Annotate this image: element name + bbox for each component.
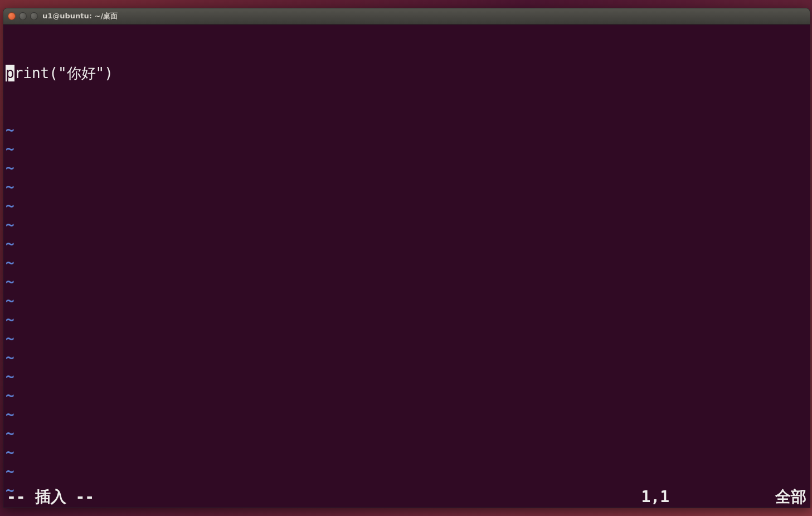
empty-line-tilde: ~ — [6, 120, 808, 139]
minimize-icon[interactable] — [19, 12, 27, 20]
empty-line-tilde: ~ — [6, 253, 808, 272]
empty-line-tilde: ~ — [6, 291, 808, 310]
empty-line-tilde: ~ — [6, 234, 808, 253]
editor-area[interactable]: print("你好") ~~~~~~~~~~~~~~~~~~~~~~ — [3, 25, 810, 489]
window-controls — [8, 12, 38, 20]
empty-line-tilde: ~ — [6, 139, 808, 158]
code-line: print("你好") — [6, 64, 808, 83]
vim-status-line: -- 插入 -- 1,1 全部 — [3, 486, 810, 508]
empty-line-tilde: ~ — [6, 424, 808, 443]
maximize-icon[interactable] — [30, 12, 38, 20]
empty-line-tilde: ~ — [6, 462, 808, 481]
empty-line-tilde: ~ — [6, 196, 808, 215]
window-title: u1@ubuntu: ~/桌面 — [42, 11, 118, 21]
terminal-body[interactable]: print("你好") ~~~~~~~~~~~~~~~~~~~~~~ -- 插入… — [3, 25, 810, 508]
cursor: p — [6, 65, 14, 81]
empty-line-tilde: ~ — [6, 215, 808, 234]
code-text: rint("你好") — [14, 65, 113, 81]
titlebar[interactable]: u1@ubuntu: ~/桌面 — [3, 8, 810, 25]
empty-line-tilde: ~ — [6, 158, 808, 177]
close-icon[interactable] — [8, 12, 16, 20]
empty-line-tilde: ~ — [6, 272, 808, 291]
empty-line-tilde: ~ — [6, 443, 808, 462]
vim-cursor-position: 1,1 — [641, 486, 669, 508]
empty-line-tilde: ~ — [6, 329, 808, 348]
empty-line-tilde: ~ — [6, 310, 808, 329]
vim-scroll-scope: 全部 — [775, 486, 806, 508]
empty-line-tilde: ~ — [6, 177, 808, 196]
empty-line-tilde: ~ — [6, 386, 808, 405]
empty-line-tilde: ~ — [6, 405, 808, 424]
vim-mode: -- 插入 -- — [7, 486, 94, 508]
terminal-window: u1@ubuntu: ~/桌面 print("你好") ~~~~~~~~~~~~… — [3, 8, 810, 508]
empty-line-tilde: ~ — [6, 348, 808, 367]
empty-line-tilde: ~ — [6, 367, 808, 386]
